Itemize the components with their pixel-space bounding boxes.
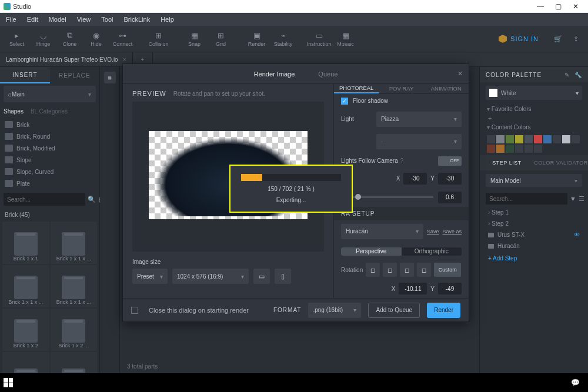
tool-connect[interactable]: ⊶Connect	[109, 31, 136, 47]
shape-brick-modified[interactable]: Brick, Modified	[0, 142, 99, 154]
viewport-camera-button[interactable]: ■	[104, 72, 116, 83]
menu-bricklink[interactable]: BrickLink	[124, 16, 151, 23]
shape-brick-round[interactable]: Brick, Round	[0, 130, 99, 142]
preset-select[interactable]: Preset▾	[132, 269, 168, 284]
color-swatch[interactable]	[524, 145, 533, 153]
dlg-tab-queue[interactable]: Queue	[318, 71, 338, 78]
part-item[interactable]: Brick 1 x 1 x ...	[51, 222, 98, 264]
tool-instruction[interactable]: ▭Instruction	[306, 31, 332, 47]
step-item[interactable]: Step 1	[480, 207, 588, 218]
color-swatch[interactable]	[515, 145, 523, 153]
add-to-queue-button[interactable]: Add to Queue	[368, 303, 420, 318]
part-item[interactable]: Brick 1 x 1 x ...	[2, 265, 49, 307]
dlg-tab-render[interactable]: Render Image	[254, 71, 295, 78]
opacity-input[interactable]	[438, 192, 462, 203]
sort-icon[interactable]: ☰	[579, 194, 584, 203]
orthographic-button[interactable]: Orthographic	[402, 247, 462, 256]
rotation-preset-4[interactable]: ◻	[417, 263, 431, 277]
tray-chat-icon[interactable]: 💬	[571, 378, 580, 387]
color-swatch[interactable]	[506, 135, 514, 143]
stab-povray[interactable]: POV-RAY	[379, 84, 423, 93]
step-folder[interactable]: Huracán	[480, 240, 588, 252]
dimensions-select[interactable]: 1024 x 576 (16:9)▾	[172, 269, 249, 284]
tab-replace[interactable]: REPLACE	[50, 67, 100, 83]
rotation-custom-button[interactable]: Custom	[434, 263, 461, 277]
orientation-landscape-button[interactable]: ▭	[253, 269, 270, 284]
format-select[interactable]: .png (16bit)▾	[308, 303, 361, 318]
tool-clone[interactable]: ⧉Clone	[56, 31, 83, 47]
tab-insert[interactable]: INSERT	[0, 67, 50, 83]
close-tab-icon[interactable]: ×	[123, 56, 126, 63]
menu-file[interactable]: File	[6, 16, 16, 23]
color-swatch[interactable]	[487, 145, 495, 153]
orientation-portrait-button[interactable]: ▯	[275, 269, 291, 284]
light-select[interactable]: Piazza▾	[376, 112, 462, 127]
wrench-icon[interactable]: 🔧	[574, 72, 582, 78]
maximize-button[interactable]: ▢	[549, 2, 567, 11]
part-item[interactable]	[2, 352, 49, 373]
menu-tool[interactable]: Tool	[101, 16, 113, 23]
close-on-render-checkbox[interactable]	[131, 307, 138, 314]
color-swatch[interactable]	[553, 135, 561, 143]
search-icon[interactable]: 🔍	[88, 195, 96, 204]
camera-save-link[interactable]: Save	[427, 229, 439, 234]
cat-bl[interactable]: BL Categories	[31, 108, 68, 115]
step-item[interactable]: Step 2	[480, 218, 588, 229]
color-swatch[interactable]	[496, 145, 505, 153]
rotation-x-input[interactable]	[399, 283, 427, 294]
doc-tab[interactable]: Lamborghini Huracán Super Trofeo EVO.io×	[0, 52, 133, 66]
color-swatch[interactable]	[543, 135, 552, 143]
color-swatch[interactable]	[524, 135, 533, 143]
rotation-preset-1[interactable]: ◻	[366, 263, 380, 277]
eyedropper-icon[interactable]: ✎	[564, 72, 570, 78]
tab-color-validator[interactable]: COLOR VALIDATOR	[534, 155, 588, 170]
tool-render[interactable]: ▣Render	[243, 31, 270, 47]
tool-mosaic[interactable]: ▦Mosaic	[332, 31, 359, 47]
perspective-button[interactable]: Perspective	[341, 247, 402, 256]
help-icon[interactable]: ?	[400, 158, 404, 164]
part-item[interactable]: Brick 1 x 1 x ...	[51, 265, 98, 307]
shape-brick[interactable]: Brick	[0, 119, 99, 130]
light-y-input[interactable]	[438, 173, 462, 185]
rotation-preset-2[interactable]: ◻	[383, 263, 397, 277]
light-sub-select[interactable]: -▾	[376, 134, 462, 149]
color-swatch[interactable]	[572, 135, 580, 143]
tool-hinge[interactable]: ◡Hinge	[30, 31, 56, 47]
shape-slope-curved[interactable]: Slope, Curved	[0, 166, 99, 177]
color-swatch[interactable]	[534, 145, 542, 153]
dialog-close-button[interactable]: ✕	[457, 70, 463, 78]
shape-plate[interactable]: Plate	[0, 177, 99, 189]
model-select[interactable]: Main Model▾	[486, 174, 582, 187]
close-window-button[interactable]: ✕	[567, 2, 584, 11]
part-item[interactable]	[51, 352, 98, 373]
part-item[interactable]: Brick 1 x 1	[2, 222, 49, 264]
minimize-button[interactable]: —	[532, 2, 549, 11]
part-search-input[interactable]	[4, 193, 85, 206]
sign-in-button[interactable]: SIGN IN	[499, 35, 539, 43]
add-favorite-button[interactable]: +	[480, 115, 588, 122]
tool-snap[interactable]: ▦Snap	[181, 31, 208, 47]
lights-follow-toggle[interactable]: OFF	[438, 156, 462, 166]
tool-hide[interactable]: ◉Hide	[83, 31, 109, 47]
menu-help[interactable]: Help	[161, 16, 174, 23]
tool-grid[interactable]: ⊞Grid	[208, 31, 234, 47]
visibility-icon[interactable]: 👁	[574, 232, 580, 238]
part-item[interactable]: Brick 1 x 2 ...	[51, 309, 98, 351]
favorite-colors-section[interactable]: Favorite Colors	[480, 103, 588, 115]
color-swatch[interactable]	[562, 135, 570, 143]
tool-collision[interactable]: ⊞Collision	[145, 31, 172, 47]
menu-edit[interactable]: Edit	[27, 16, 38, 23]
color-swatch[interactable]	[496, 135, 505, 143]
rotation-preset-3[interactable]: ◻	[400, 263, 414, 277]
step-search-input[interactable]	[486, 193, 567, 205]
tool-stability[interactable]: ⌁Stability	[270, 31, 296, 47]
filter-icon[interactable]: ▼	[570, 194, 576, 203]
floor-shadow-checkbox[interactable]: ✓	[341, 98, 348, 105]
color-swatch[interactable]	[487, 135, 495, 143]
rotation-y-input[interactable]	[438, 283, 462, 294]
color-swatch[interactable]	[506, 145, 514, 153]
part-item[interactable]: Brick 1 x 2	[2, 309, 49, 351]
cat-shapes[interactable]: Shapes	[4, 108, 24, 115]
step-folder[interactable]: Urus ST-X👁	[480, 229, 588, 240]
start-button[interactable]	[4, 378, 13, 387]
